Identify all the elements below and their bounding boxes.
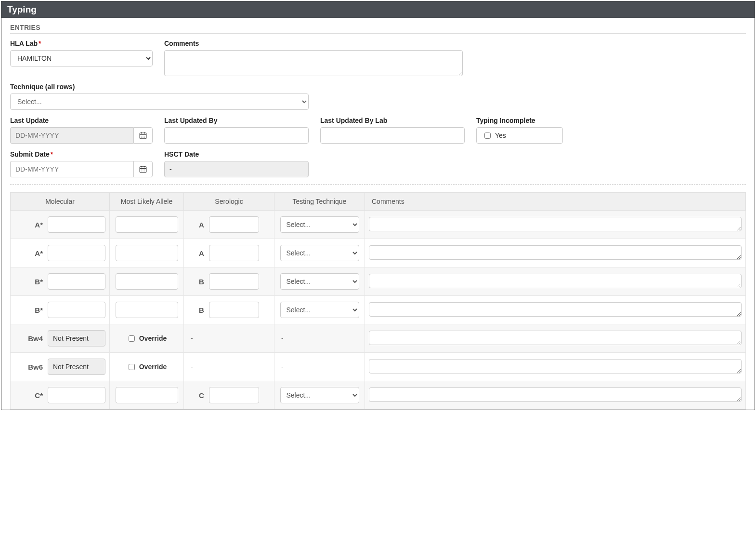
molecular-input[interactable]	[48, 387, 105, 403]
molecular-label: Bw6	[24, 363, 43, 371]
molecular-label: B*	[24, 306, 43, 314]
last-update-input	[10, 127, 133, 144]
molecular-input[interactable]	[48, 216, 105, 233]
last-updated-by-label: Last Updated By	[164, 117, 309, 124]
not-present-input	[48, 359, 105, 375]
svg-rect-10	[140, 167, 146, 173]
submit-date-input[interactable]	[10, 161, 133, 177]
molecular-label: B*	[24, 278, 43, 286]
last-updated-by-input[interactable]	[164, 127, 309, 144]
section-divider	[10, 184, 746, 185]
th-serologic: Serologic	[184, 193, 274, 211]
molecular-input[interactable]	[48, 302, 105, 318]
serologic-input[interactable]	[209, 245, 259, 261]
typing-panel: Typing ENTRIES HLA Lab* HAMILTON Comment…	[1, 1, 755, 410]
th-comments: Comments	[365, 193, 746, 211]
serologic-input[interactable]	[209, 216, 259, 233]
last-updated-by-lab-label: Last Updated By Lab	[320, 117, 465, 124]
serologic-input[interactable]	[209, 387, 259, 403]
th-molecular: Molecular	[11, 193, 110, 211]
typing-table: Molecular Most Likely Allele Serologic T…	[10, 192, 746, 410]
table-row: Bw6 Override--	[11, 353, 746, 381]
table-row: Bw4 Override--	[11, 324, 746, 353]
override-label: Override	[114, 362, 180, 372]
submit-date-calendar-button[interactable]	[133, 161, 153, 177]
table-row: A*ASelect...	[11, 239, 746, 267]
allele-input[interactable]	[116, 387, 178, 403]
testing-technique-select[interactable]: Select...	[280, 302, 359, 318]
typing-incomplete-yes: Yes	[495, 132, 506, 139]
serologic-label: B	[199, 278, 204, 286]
svg-rect-0	[140, 133, 146, 139]
table-row: C*CSelect...	[11, 381, 746, 410]
molecular-label: C*	[24, 391, 43, 400]
molecular-input[interactable]	[48, 273, 105, 290]
row-comments-textarea[interactable]	[369, 331, 742, 345]
row-comments-textarea[interactable]	[369, 245, 742, 260]
typing-incomplete-box: Yes	[476, 127, 563, 144]
th-most-likely-allele: Most Likely Allele	[110, 193, 184, 211]
entries-section-title: ENTRIES	[10, 24, 746, 34]
calendar-icon	[139, 165, 147, 173]
table-row: A*ASelect...	[11, 211, 746, 239]
serologic-input[interactable]	[209, 273, 259, 290]
last-updated-by-lab-input[interactable]	[320, 127, 465, 144]
last-update-label: Last Update	[10, 117, 153, 124]
molecular-label: Bw4	[24, 334, 43, 343]
hla-lab-select[interactable]: HAMILTON	[10, 50, 153, 67]
row-comments-textarea[interactable]	[369, 359, 742, 373]
panel-body: ENTRIES HLA Lab* HAMILTON Comments Techn…	[1, 18, 755, 410]
row-comments-textarea[interactable]	[369, 274, 742, 288]
table-row: B*BSelect...	[11, 296, 746, 324]
typing-incomplete-checkbox[interactable]	[484, 133, 491, 139]
allele-input[interactable]	[116, 216, 178, 233]
th-testing-technique: Testing Technique	[274, 193, 365, 211]
molecular-input[interactable]	[48, 245, 105, 261]
comments-textarea[interactable]	[164, 50, 463, 76]
hsct-date-label: HSCT Date	[164, 150, 309, 158]
testing-technique-select[interactable]: Select...	[280, 245, 359, 261]
allele-input[interactable]	[116, 245, 178, 261]
serologic-dash: -	[188, 334, 193, 342]
override-checkbox[interactable]	[129, 364, 135, 370]
hsct-date-input	[164, 161, 309, 177]
row-comments-textarea[interactable]	[369, 217, 742, 231]
serologic-label: B	[199, 306, 204, 314]
row-comments-textarea[interactable]	[369, 302, 742, 317]
serologic-label: A	[199, 249, 204, 257]
last-update-calendar-button[interactable]	[133, 127, 153, 144]
override-label: Override	[114, 334, 180, 343]
submit-date-label: Submit Date*	[10, 150, 153, 158]
technique-dash: -	[278, 334, 284, 342]
testing-technique-select[interactable]: Select...	[280, 216, 359, 233]
serologic-input[interactable]	[209, 302, 259, 318]
allele-input[interactable]	[116, 273, 178, 290]
serologic-label: C	[199, 391, 204, 400]
testing-technique-select[interactable]: Select...	[280, 387, 359, 403]
technique-dash: -	[278, 363, 284, 371]
molecular-label: A*	[24, 249, 43, 257]
row-comments-textarea[interactable]	[369, 387, 742, 402]
technique-label: Technique (all rows)	[10, 83, 309, 91]
comments-label: Comments	[164, 40, 463, 47]
page-title: Typing	[1, 1, 755, 18]
calendar-icon	[139, 131, 147, 140]
allele-input[interactable]	[116, 302, 178, 318]
technique-select[interactable]: Select...	[10, 93, 309, 110]
typing-incomplete-label: Typing Incomplete	[476, 117, 563, 124]
serologic-label: A	[199, 221, 204, 229]
override-checkbox[interactable]	[129, 335, 135, 342]
hla-lab-label: HLA Lab*	[10, 40, 153, 47]
serologic-dash: -	[188, 363, 193, 371]
table-row: B*BSelect...	[11, 267, 746, 296]
molecular-label: A*	[24, 221, 43, 229]
testing-technique-select[interactable]: Select...	[280, 273, 359, 290]
not-present-input	[48, 330, 105, 346]
